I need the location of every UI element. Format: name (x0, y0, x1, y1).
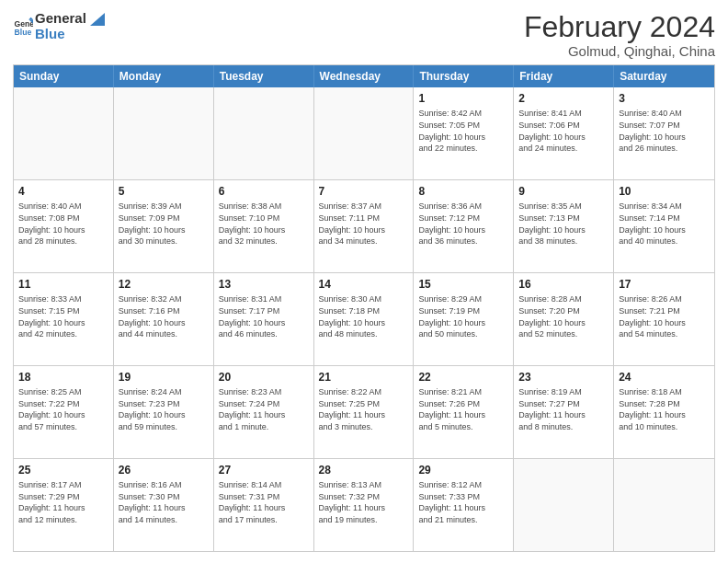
calendar-cell: 7Sunrise: 8:37 AM Sunset: 7:11 PM Daylig… (314, 180, 415, 272)
day-header-saturday: Saturday (614, 65, 714, 87)
cell-date: 14 (319, 277, 409, 292)
calendar-cell: 20Sunrise: 8:23 AM Sunset: 7:24 PM Dayli… (214, 366, 314, 458)
cell-info: Sunrise: 8:33 AM Sunset: 7:15 PM Dayligh… (18, 293, 108, 339)
page: General Blue General Blue February 2024 … (0, 0, 728, 563)
calendar-row: 25Sunrise: 8:17 AM Sunset: 7:29 PM Dayli… (14, 459, 714, 551)
cell-info: Sunrise: 8:30 AM Sunset: 7:18 PM Dayligh… (319, 293, 409, 339)
cell-date: 6 (219, 184, 309, 199)
cell-info: Sunrise: 8:29 AM Sunset: 7:19 PM Dayligh… (418, 293, 508, 339)
cell-info: Sunrise: 8:16 AM Sunset: 7:30 PM Dayligh… (119, 479, 209, 525)
calendar: SundayMondayTuesdayWednesdayThursdayFrid… (13, 64, 715, 552)
day-header-thursday: Thursday (414, 65, 514, 87)
cell-date: 16 (518, 277, 609, 292)
month-year: February 2024 (524, 11, 715, 43)
cell-info: Sunrise: 8:26 AM Sunset: 7:21 PM Dayligh… (619, 293, 710, 339)
calendar-cell (614, 459, 714, 551)
cell-info: Sunrise: 8:24 AM Sunset: 7:23 PM Dayligh… (119, 386, 209, 432)
day-header-friday: Friday (514, 65, 614, 87)
cell-date: 29 (418, 463, 508, 477)
cell-info: Sunrise: 8:35 AM Sunset: 7:13 PM Dayligh… (518, 201, 609, 247)
calendar-row: 1Sunrise: 8:42 AM Sunset: 7:05 PM Daylig… (14, 87, 714, 180)
cell-info: Sunrise: 8:39 AM Sunset: 7:09 PM Dayligh… (119, 201, 209, 247)
svg-text:Blue: Blue (15, 27, 32, 36)
cell-date: 20 (219, 370, 309, 385)
cell-date: 7 (319, 184, 409, 199)
calendar-cell: 17Sunrise: 8:26 AM Sunset: 7:21 PM Dayli… (614, 273, 714, 365)
calendar-cell (14, 87, 114, 179)
calendar-row: 4Sunrise: 8:40 AM Sunset: 7:08 PM Daylig… (14, 180, 714, 273)
calendar-cell (314, 87, 415, 179)
cell-date: 3 (619, 91, 710, 106)
cell-info: Sunrise: 8:25 AM Sunset: 7:22 PM Dayligh… (18, 386, 108, 432)
cell-date: 28 (319, 463, 409, 477)
cell-info: Sunrise: 8:32 AM Sunset: 7:16 PM Dayligh… (119, 293, 209, 339)
cell-info: Sunrise: 8:34 AM Sunset: 7:14 PM Dayligh… (619, 201, 710, 247)
cell-date: 23 (518, 370, 609, 385)
cell-info: Sunrise: 8:42 AM Sunset: 7:05 PM Dayligh… (418, 108, 508, 154)
day-header-wednesday: Wednesday (314, 65, 415, 87)
calendar-cell: 12Sunrise: 8:32 AM Sunset: 7:16 PM Dayli… (114, 273, 214, 365)
cell-date: 18 (18, 370, 108, 385)
cell-date: 5 (119, 184, 209, 199)
calendar-cell: 24Sunrise: 8:18 AM Sunset: 7:28 PM Dayli… (614, 366, 714, 458)
calendar-cell: 27Sunrise: 8:14 AM Sunset: 7:31 PM Dayli… (214, 459, 314, 551)
calendar-cell: 18Sunrise: 8:25 AM Sunset: 7:22 PM Dayli… (14, 366, 114, 458)
logo-general: General (35, 11, 105, 27)
header: General Blue General Blue February 2024 … (13, 11, 715, 59)
svg-marker-4 (90, 13, 105, 26)
cell-date: 25 (18, 463, 108, 477)
cell-date: 9 (518, 184, 609, 199)
calendar-cell: 11Sunrise: 8:33 AM Sunset: 7:15 PM Dayli… (14, 273, 114, 365)
cell-info: Sunrise: 8:14 AM Sunset: 7:31 PM Dayligh… (219, 479, 309, 525)
calendar-cell: 16Sunrise: 8:28 AM Sunset: 7:20 PM Dayli… (514, 273, 614, 365)
location: Golmud, Qinghai, China (524, 43, 715, 59)
cell-date: 22 (418, 370, 508, 385)
calendar-cell: 9Sunrise: 8:35 AM Sunset: 7:13 PM Daylig… (514, 180, 614, 272)
calendar-cell: 4Sunrise: 8:40 AM Sunset: 7:08 PM Daylig… (14, 180, 114, 272)
calendar-cell: 2Sunrise: 8:41 AM Sunset: 7:06 PM Daylig… (514, 87, 614, 179)
calendar-cell (114, 87, 214, 179)
day-header-monday: Monday (114, 65, 214, 87)
day-headers: SundayMondayTuesdayWednesdayThursdayFrid… (14, 65, 714, 87)
calendar-cell: 15Sunrise: 8:29 AM Sunset: 7:19 PM Dayli… (414, 273, 514, 365)
cell-date: 24 (619, 370, 710, 385)
cell-info: Sunrise: 8:18 AM Sunset: 7:28 PM Dayligh… (619, 386, 710, 432)
cell-info: Sunrise: 8:22 AM Sunset: 7:25 PM Dayligh… (319, 386, 409, 432)
calendar-cell: 26Sunrise: 8:16 AM Sunset: 7:30 PM Dayli… (114, 459, 214, 551)
calendar-cell: 14Sunrise: 8:30 AM Sunset: 7:18 PM Dayli… (314, 273, 415, 365)
cell-info: Sunrise: 8:23 AM Sunset: 7:24 PM Dayligh… (219, 386, 309, 432)
logo-icon: General Blue (13, 17, 33, 37)
calendar-body: 1Sunrise: 8:42 AM Sunset: 7:05 PM Daylig… (14, 87, 714, 551)
cell-date: 1 (418, 91, 508, 106)
calendar-cell: 29Sunrise: 8:12 AM Sunset: 7:33 PM Dayli… (414, 459, 514, 551)
cell-info: Sunrise: 8:12 AM Sunset: 7:33 PM Dayligh… (418, 479, 508, 525)
cell-date: 2 (518, 91, 609, 106)
cell-date: 27 (219, 463, 309, 477)
calendar-cell: 1Sunrise: 8:42 AM Sunset: 7:05 PM Daylig… (414, 87, 514, 179)
calendar-cell: 8Sunrise: 8:36 AM Sunset: 7:12 PM Daylig… (414, 180, 514, 272)
cell-info: Sunrise: 8:28 AM Sunset: 7:20 PM Dayligh… (518, 293, 609, 339)
cell-info: Sunrise: 8:36 AM Sunset: 7:12 PM Dayligh… (418, 201, 508, 247)
cell-date: 19 (119, 370, 209, 385)
calendar-cell: 3Sunrise: 8:40 AM Sunset: 7:07 PM Daylig… (614, 87, 714, 179)
calendar-cell (214, 87, 314, 179)
cell-info: Sunrise: 8:17 AM Sunset: 7:29 PM Dayligh… (18, 479, 108, 525)
cell-date: 13 (219, 277, 309, 292)
calendar-cell: 22Sunrise: 8:21 AM Sunset: 7:26 PM Dayli… (414, 366, 514, 458)
cell-info: Sunrise: 8:40 AM Sunset: 7:07 PM Dayligh… (619, 108, 710, 154)
cell-info: Sunrise: 8:41 AM Sunset: 7:06 PM Dayligh… (518, 108, 609, 154)
cell-date: 12 (119, 277, 209, 292)
calendar-cell: 5Sunrise: 8:39 AM Sunset: 7:09 PM Daylig… (114, 180, 214, 272)
calendar-cell: 23Sunrise: 8:19 AM Sunset: 7:27 PM Dayli… (514, 366, 614, 458)
cell-info: Sunrise: 8:21 AM Sunset: 7:26 PM Dayligh… (418, 386, 508, 432)
day-header-sunday: Sunday (14, 65, 114, 87)
cell-date: 21 (319, 370, 409, 385)
cell-date: 11 (18, 277, 108, 292)
cell-info: Sunrise: 8:40 AM Sunset: 7:08 PM Dayligh… (18, 201, 108, 247)
logo: General Blue General Blue (13, 11, 105, 41)
cell-date: 4 (18, 184, 108, 199)
calendar-cell: 19Sunrise: 8:24 AM Sunset: 7:23 PM Dayli… (114, 366, 214, 458)
logo-blue: Blue (35, 27, 105, 42)
calendar-cell: 10Sunrise: 8:34 AM Sunset: 7:14 PM Dayli… (614, 180, 714, 272)
calendar-cell: 21Sunrise: 8:22 AM Sunset: 7:25 PM Dayli… (314, 366, 415, 458)
